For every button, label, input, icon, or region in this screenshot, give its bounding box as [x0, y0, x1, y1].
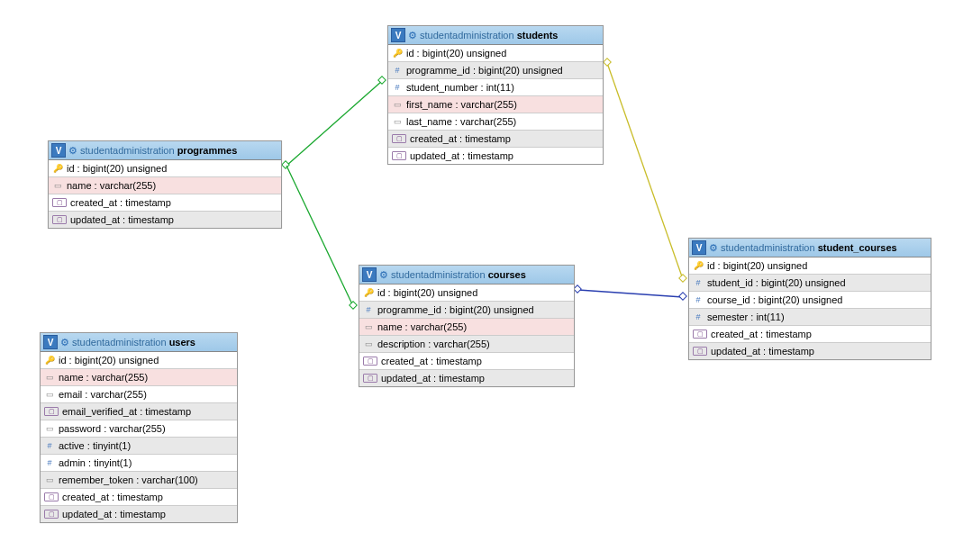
table-users[interactable]: V⚙studentadministration users🔑id : bigin…	[40, 332, 238, 523]
column-row[interactable]: ▭name : varchar(255)	[359, 319, 574, 336]
column-row[interactable]: 🔑id : bigint(20) unsigned	[359, 285, 574, 302]
date-icon: ▢	[44, 510, 59, 519]
column-row[interactable]: ▭email : varchar(255)	[41, 386, 237, 403]
column-label: semester : int(11)	[707, 312, 785, 322]
schema-label: studentadministration	[391, 269, 486, 280]
column-row[interactable]: ▭name : varchar(255)	[41, 369, 237, 386]
column-row[interactable]: ▢created_at : timestamp	[388, 131, 603, 148]
column-row[interactable]: ▭description : varchar(255)	[359, 336, 574, 353]
number-icon: #	[44, 441, 55, 450]
column-row[interactable]: ▢created_at : timestamp	[49, 194, 281, 212]
column-row[interactable]: #semester : int(11)	[689, 309, 931, 326]
number-icon: #	[392, 83, 403, 92]
date-icon: ▢	[693, 330, 707, 339]
column-row[interactable]: #programme_id : bigint(20) unsigned	[359, 302, 574, 319]
column-row[interactable]: 🔑id : bigint(20) unsigned	[41, 352, 237, 369]
column-label: updated_at : timestamp	[410, 150, 513, 161]
schema-label: studentadministration	[721, 242, 815, 253]
column-row[interactable]: ▭remember_token : varchar(100)	[41, 472, 237, 489]
column-row[interactable]: #active : tinyint(1)	[41, 438, 237, 455]
column-row[interactable]: ▭name : varchar(255)	[49, 177, 281, 194]
key-icon: 🔑	[52, 164, 63, 173]
number-icon: #	[693, 295, 704, 304]
string-icon: ▭	[392, 100, 403, 109]
column-label: remember_token : varchar(100)	[59, 474, 198, 485]
column-row[interactable]: ▢created_at : timestamp	[41, 489, 237, 506]
date-icon: ▢	[363, 374, 377, 383]
table-student_courses[interactable]: V⚙studentadministration student_courses🔑…	[688, 238, 931, 360]
gear-icon[interactable]: ⚙	[68, 145, 77, 157]
view-badge-icon: V	[362, 267, 377, 282]
column-row[interactable]: #student_number : int(11)	[388, 79, 603, 96]
table-header[interactable]: V⚙studentadministration students	[388, 26, 603, 45]
column-row[interactable]: ▢created_at : timestamp	[689, 326, 931, 343]
table-header[interactable]: V⚙studentadministration student_courses	[689, 239, 931, 257]
column-row[interactable]: ▢email_verified_at : timestamp	[41, 403, 237, 420]
column-row[interactable]: #course_id : bigint(20) unsigned	[689, 292, 931, 309]
column-row[interactable]: ▭last_name : varchar(255)	[388, 113, 603, 131]
column-row[interactable]: 🔑id : bigint(20) unsigned	[49, 160, 281, 177]
table-courses[interactable]: V⚙studentadministration courses🔑id : big…	[359, 265, 575, 387]
column-row[interactable]: ▢created_at : timestamp	[359, 353, 574, 370]
number-icon: #	[392, 66, 403, 75]
table-name-label: courses	[488, 269, 526, 280]
column-row[interactable]: ▭first_name : varchar(255)	[388, 96, 603, 113]
table-name-label: programmes	[177, 145, 238, 156]
gear-icon[interactable]: ⚙	[60, 337, 69, 348]
column-label: updated_at : timestamp	[711, 346, 814, 357]
table-students[interactable]: V⚙studentadministration students🔑id : bi…	[387, 25, 604, 165]
column-label: programme_id : bigint(20) unsigned	[406, 65, 563, 76]
column-label: updated_at : timestamp	[381, 373, 485, 384]
column-label: first_name : varchar(255)	[406, 99, 517, 110]
svg-rect-5	[574, 285, 581, 293]
column-label: id : bigint(20) unsigned	[67, 163, 167, 174]
key-icon: 🔑	[44, 356, 55, 365]
view-badge-icon: V	[391, 28, 405, 42]
column-label: updated_at : timestamp	[70, 214, 174, 225]
column-label: student_number : int(11)	[406, 82, 514, 93]
column-row[interactable]: 🔑id : bigint(20) unsigned	[689, 257, 931, 275]
column-row[interactable]: 🔑id : bigint(20) unsigned	[388, 45, 603, 62]
column-label: name : varchar(255)	[67, 180, 156, 191]
table-name-label: users	[169, 337, 195, 348]
column-label: id : bigint(20) unsigned	[59, 355, 159, 366]
column-label: updated_at : timestamp	[62, 509, 166, 519]
view-badge-icon: V	[43, 335, 58, 349]
column-label: active : tinyint(1)	[59, 440, 131, 451]
gear-icon[interactable]: ⚙	[709, 242, 718, 254]
string-icon: ▭	[392, 117, 403, 126]
column-label: last_name : varchar(255)	[406, 116, 516, 127]
table-header[interactable]: V⚙studentadministration programmes	[49, 141, 281, 160]
svg-rect-1	[378, 77, 386, 84]
date-icon: ▢	[52, 198, 67, 207]
schema-label: studentadministration	[72, 337, 167, 348]
column-label: email : varchar(255)	[59, 389, 147, 400]
column-row[interactable]: #programme_id : bigint(20) unsigned	[388, 62, 603, 79]
svg-rect-3	[604, 59, 611, 66]
column-label: email_verified_at : timestamp	[62, 406, 191, 417]
column-label: created_at : timestamp	[381, 356, 482, 366]
table-programmes[interactable]: V⚙studentadministration programmes🔑id : …	[48, 140, 282, 229]
column-row[interactable]: ▢updated_at : timestamp	[49, 212, 281, 228]
number-icon: #	[693, 312, 704, 321]
column-label: created_at : timestamp	[62, 492, 163, 502]
table-name-label: students	[517, 30, 559, 41]
column-row[interactable]: ▭password : varchar(255)	[41, 420, 237, 438]
column-row[interactable]: #student_id : bigint(20) unsigned	[689, 275, 931, 292]
column-row[interactable]: ▢updated_at : timestamp	[388, 148, 603, 164]
table-header[interactable]: V⚙studentadministration users	[41, 333, 237, 352]
column-label: course_id : bigint(20) unsigned	[707, 294, 842, 305]
table-name-label: student_courses	[818, 242, 897, 253]
date-icon: ▢	[363, 357, 377, 366]
gear-icon[interactable]: ⚙	[379, 269, 388, 281]
key-icon: 🔑	[693, 261, 704, 270]
table-header[interactable]: V⚙studentadministration courses	[359, 266, 574, 285]
column-row[interactable]: ▢updated_at : timestamp	[359, 370, 574, 386]
column-row[interactable]: ▢updated_at : timestamp	[689, 343, 931, 359]
gear-icon[interactable]: ⚙	[408, 30, 417, 41]
column-label: password : varchar(255)	[59, 423, 166, 434]
column-label: name : varchar(255)	[59, 372, 148, 383]
column-row[interactable]: ▢updated_at : timestamp	[41, 506, 237, 522]
column-row[interactable]: #admin : tinyint(1)	[41, 455, 237, 472]
column-label: description : varchar(255)	[377, 339, 490, 349]
